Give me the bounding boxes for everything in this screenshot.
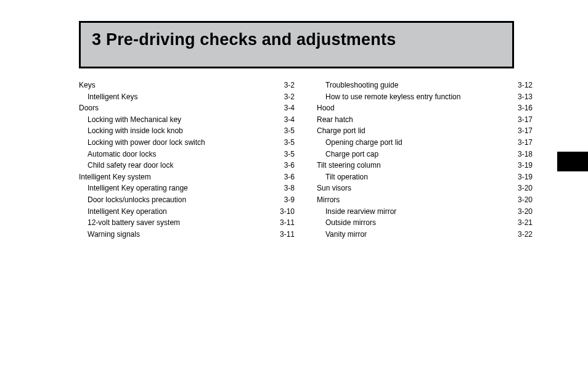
table-of-contents: Keys3-2Intelligent Keys3-2Doors3-4Lockin… [79,80,533,240]
toc-entry: Charge port cap3-18 [317,149,533,160]
toc-entry-page: 3-20 [512,194,533,206]
toc-entry-label: Inside rearview mirror [325,206,396,218]
toc-entry: Tilt steering column3-19 [317,160,533,171]
toc-entry-page: 3-19 [512,160,533,171]
toc-entry-page: 3-4 [274,102,295,114]
toc-entry-label: Automatic door locks [88,149,156,160]
toc-entry: Child safety rear door lock3-6 [79,160,295,171]
toc-entry: Automatic door locks3-5 [79,149,295,160]
toc-column-left: Keys3-2Intelligent Keys3-2Doors3-4Lockin… [79,80,295,240]
toc-entry-page: 3-22 [512,229,533,240]
toc-entry-label: 12-volt battery saver system [88,217,180,229]
toc-entry: Keys3-2 [79,80,295,91]
toc-entry-label: Door locks/unlocks precaution [88,194,186,206]
toc-entry-label: Keys [79,80,96,91]
toc-entry: Door locks/unlocks precaution3-9 [79,194,295,206]
toc-entry: Locking with inside lock knob3-5 [79,125,295,137]
toc-entry-page: 3-17 [512,137,533,149]
toc-entry-label: Intelligent Key operation [88,206,167,218]
toc-entry-label: Charge port lid [317,125,365,137]
toc-entry-label: Sun visors [317,182,351,194]
toc-entry: Opening charge port lid3-17 [317,137,533,149]
toc-entry: Vanity mirror3-22 [317,229,533,240]
toc-entry: Troubleshooting guide3-12 [317,80,533,91]
toc-entry-label: Intelligent Keys [88,91,137,103]
toc-entry-page: 3-10 [274,206,295,218]
toc-entry-page: 3-8 [274,182,295,194]
toc-entry: Intelligent Key system3-6 [79,171,295,183]
toc-entry-label: Child safety rear door lock [88,160,173,171]
toc-entry: Tilt operation3-19 [317,171,533,183]
toc-entry: Intelligent Key operation3-10 [79,206,295,218]
toc-entry-label: Warning signals [88,229,140,240]
toc-entry-page: 3-4 [274,114,295,126]
toc-entry-page: 3-2 [274,91,295,103]
toc-entry-page: 3-9 [274,194,295,206]
toc-entry: Charge port lid3-17 [317,125,533,137]
toc-entry: Mirrors3-20 [317,194,533,206]
toc-entry-label: Opening charge port lid [325,137,402,149]
chapter-title: 3 Pre-driving checks and adjustments [92,30,501,49]
toc-entry-page: 3-11 [274,217,295,229]
toc-entry-label: Outside mirrors [325,217,376,229]
toc-entry-label: Locking with Mechanical key [88,114,181,126]
toc-entry: Locking with power door lock switch3-5 [79,137,295,149]
toc-entry-label: Doors [79,102,99,114]
section-tab-marker [557,152,588,171]
toc-entry-label: Troubleshooting guide [325,80,398,91]
toc-entry-label: Rear hatch [317,114,353,126]
toc-entry-page: 3-21 [512,217,533,229]
toc-entry-label: Locking with inside lock knob [88,125,183,137]
toc-entry-page: 3-13 [512,91,533,103]
toc-entry: Locking with Mechanical key3-4 [79,114,295,126]
toc-entry-page: 3-12 [512,80,533,91]
toc-entry-page: 3-2 [274,80,295,91]
toc-entry: Sun visors3-20 [317,182,533,194]
toc-entry-page: 3-16 [512,102,533,114]
toc-entry-label: Locking with power door lock switch [88,137,205,149]
toc-entry: Doors3-4 [79,102,295,114]
toc-entry-label: Tilt operation [325,171,368,183]
toc-entry-label: How to use remote keyless entry function [325,91,460,103]
toc-entry-label: Tilt steering column [317,160,381,171]
toc-entry: Warning signals3-11 [79,229,295,240]
toc-entry: Hood3-16 [317,102,533,114]
toc-entry-page: 3-20 [512,182,533,194]
toc-entry-page: 3-5 [274,137,295,149]
toc-entry-label: Hood [317,102,335,114]
toc-entry: Outside mirrors3-21 [317,217,533,229]
chapter-title-banner: 3 Pre-driving checks and adjustments [79,21,514,68]
toc-entry-label: Charge port cap [325,149,378,160]
toc-entry-page: 3-18 [512,149,533,160]
toc-entry-label: Mirrors [317,194,340,206]
toc-entry-page: 3-17 [512,114,533,126]
toc-entry-label: Vanity mirror [325,229,367,240]
toc-entry-label: Intelligent Key operating range [88,182,188,194]
toc-entry-page: 3-17 [512,125,533,137]
toc-entry-label: Intelligent Key system [79,171,151,183]
toc-entry-page: 3-5 [274,125,295,137]
toc-entry-page: 3-11 [274,229,295,240]
toc-entry-page: 3-6 [274,171,295,183]
toc-entry: Intelligent Keys3-2 [79,91,295,103]
toc-entry: Intelligent Key operating range3-8 [79,182,295,194]
toc-entry-page: 3-6 [274,160,295,171]
toc-entry-page: 3-5 [274,149,295,160]
toc-entry: Inside rearview mirror3-20 [317,206,533,218]
toc-column-right: Troubleshooting guide3-12How to use remo… [317,80,533,240]
toc-entry: 12-volt battery saver system3-11 [79,217,295,229]
toc-entry: Rear hatch3-17 [317,114,533,126]
toc-entry-page: 3-19 [512,171,533,183]
toc-entry: How to use remote keyless entry function… [317,91,533,103]
toc-entry-page: 3-20 [512,206,533,218]
